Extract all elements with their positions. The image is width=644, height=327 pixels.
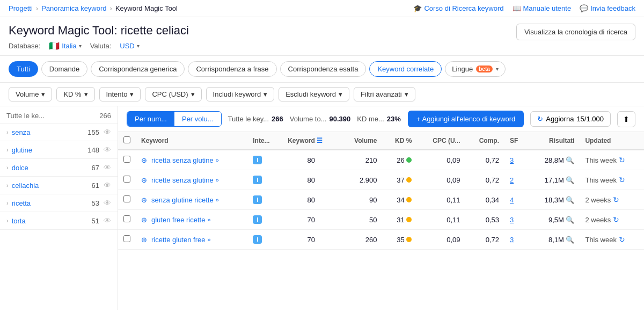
seg-per-num[interactable]: Per num... [127, 112, 174, 126]
chevron-down-icon6: ▾ [191, 90, 195, 98]
sf-value-2[interactable]: 4 [510, 196, 514, 204]
intento-filter[interactable]: Intento ▾ [99, 87, 141, 101]
sidebar-item-senza[interactable]: › senza 155 👁 [0, 123, 118, 141]
th-kw-score[interactable]: Keyword ☰ [282, 132, 340, 150]
history-button[interactable]: Visualizza la cronologia di ricerca [516, 24, 635, 40]
tab-domande[interactable]: Domande [41, 61, 87, 77]
sf-value-0[interactable]: 3 [510, 156, 514, 164]
serp-icon-1[interactable]: 🔍 [566, 176, 574, 184]
table-row: ⊕ ricetta senza glutine » I 80 210 26 0,… [118, 150, 644, 170]
includi-filter[interactable]: Includi keyword ▾ [206, 87, 275, 101]
refresh-row-icon-0[interactable]: ↻ [619, 156, 625, 164]
plus-icon-3[interactable]: ⊕ [141, 216, 147, 224]
refresh-row-icon-4[interactable]: ↻ [619, 235, 625, 244]
header-left: Keyword Magic Tool: ricette celiaci Data… [9, 24, 189, 51]
keyword-link-3[interactable]: ⊕ gluten free ricette » [141, 216, 242, 224]
th-cpc[interactable]: CPC (U... [417, 132, 465, 150]
sidebar-item-torta[interactable]: › torta 51 👁 [0, 212, 118, 230]
keyword-link-0[interactable]: ⊕ ricetta senza glutine » [141, 156, 242, 164]
sf-value-3[interactable]: 3 [510, 216, 514, 224]
eye-icon2[interactable]: 👁 [104, 146, 111, 154]
sf-value-4[interactable]: 3 [510, 236, 514, 244]
arr-icon-3: » [207, 216, 210, 223]
row-checkbox-0[interactable] [118, 150, 136, 170]
refresh-row-icon-2[interactable]: ↻ [613, 195, 619, 204]
th-intent[interactable]: Inte... [247, 132, 282, 150]
manuale-link[interactable]: 📖 Manuale utente [513, 4, 572, 12]
th-keyword[interactable]: Keyword [136, 132, 247, 150]
sidebar-item-celiachia[interactable]: › celiachia 61 👁 [0, 177, 118, 194]
tab-corr-frase[interactable]: Corrispondenza a frase [188, 61, 276, 77]
sidebar-item-ricetta[interactable]: › ricetta 53 👁 [0, 194, 118, 212]
plus-icon-1[interactable]: ⊕ [141, 176, 147, 184]
breadcrumb-sep2: › [110, 4, 112, 12]
th-sf[interactable]: SF [504, 132, 529, 150]
eye-icon4[interactable]: 👁 [104, 181, 111, 190]
row-checkbox-3[interactable] [118, 210, 136, 230]
db-select[interactable]: 🇮🇹 Italia ▾ [49, 41, 81, 51]
th-risultati[interactable]: Risultati [529, 132, 580, 150]
th-volume[interactable]: Volume [340, 132, 383, 150]
select-all-checkbox[interactable] [123, 136, 130, 143]
plus-icon-0[interactable]: ⊕ [141, 156, 147, 164]
tab-corr-generica[interactable]: Corrispondenza generica [91, 61, 185, 77]
row-check-2[interactable] [123, 195, 130, 202]
eye-icon6[interactable]: 👁 [104, 216, 111, 225]
db-label: Database: [9, 42, 40, 50]
cell-risultati-3: 9,5M 🔍 [529, 210, 580, 230]
th-updated[interactable]: Updated [580, 132, 644, 150]
refresh-row-icon-3[interactable]: ↻ [613, 215, 619, 224]
escludi-filter[interactable]: Escludi keyword ▾ [279, 87, 349, 101]
feedback-link[interactable]: 💬 Invia feedback [580, 4, 635, 12]
keyword-link-1[interactable]: ⊕ ricette senza glutine » [141, 176, 242, 184]
breadcrumb-progetti[interactable]: Progetti [9, 4, 33, 12]
corso-link[interactable]: 🎓 Corso di Ricerca keyword [413, 4, 503, 12]
cpc-filter[interactable]: CPC (USD) ▾ [145, 87, 201, 101]
sidebar-item-glutine[interactable]: › glutine 148 👁 [0, 141, 118, 159]
refresh-row-icon-1[interactable]: ↻ [619, 176, 625, 184]
seg-per-vol[interactable]: Per volu... [174, 112, 221, 126]
row-check-4[interactable] [123, 235, 130, 242]
th-comp[interactable]: Comp. [466, 132, 504, 150]
sidebar-item-dolce[interactable]: › dolce 67 👁 [0, 159, 118, 177]
eye-icon5[interactable]: 👁 [104, 199, 111, 207]
row-checkbox-1[interactable] [118, 170, 136, 190]
row-checkbox-4[interactable] [118, 230, 136, 250]
update-button[interactable]: ↻ Aggiorna 15/1.000 [530, 111, 611, 127]
row-check-0[interactable] [123, 156, 130, 163]
sf-value-1[interactable]: 2 [510, 176, 514, 184]
row-checkbox-2[interactable] [118, 190, 136, 210]
cell-intent-0: I [247, 150, 282, 170]
kd-filter[interactable]: KD % ▾ [56, 87, 94, 101]
tab-corr-esatta[interactable]: Corrispondenza esatta [280, 61, 367, 77]
arr-icon-0: » [216, 157, 219, 163]
keyword-link-4[interactable]: ⊕ ricette gluten free » [141, 236, 242, 244]
tab-keyword-correlate[interactable]: Keyword correlate [369, 61, 442, 77]
eye-icon[interactable]: 👁 [104, 128, 111, 136]
serp-icon-3[interactable]: 🔍 [566, 216, 574, 224]
keyword-link-2[interactable]: ⊕ senza glutine ricette » [141, 196, 242, 204]
th-kd[interactable]: KD % [383, 132, 418, 150]
row-check-3[interactable] [123, 215, 130, 222]
sidebar-all-count: 266 [99, 112, 111, 120]
volume-filter[interactable]: Volume ▾ [9, 87, 52, 101]
export-button[interactable]: ⬆ [617, 111, 635, 127]
tab-lingue[interactable]: Lingue beta ▾ [445, 61, 506, 77]
eye-icon3[interactable]: 👁 [104, 163, 111, 172]
cell-comp-4: 0,72 [466, 230, 504, 250]
serp-icon-4[interactable]: 🔍 [566, 236, 574, 244]
currency-select[interactable]: USD ▾ [120, 42, 139, 50]
breadcrumb-panoramica[interactable]: Panoramica keyword [41, 4, 106, 12]
serp-icon-2[interactable]: 🔍 [566, 196, 574, 204]
db-row: Database: 🇮🇹 Italia ▾ Valuta: USD ▾ [9, 41, 189, 51]
advanced-filter[interactable]: Filtri avanzati ▾ [354, 87, 415, 101]
add-keyword-button[interactable]: + Aggiungi all'elenco di keyword [408, 111, 524, 127]
tab-tutti[interactable]: Tutti [9, 61, 38, 77]
sidebar-header: Tutte le ke... 266 [0, 106, 118, 123]
serp-icon-0[interactable]: 🔍 [566, 156, 574, 164]
plus-icon-4[interactable]: ⊕ [141, 236, 147, 244]
filter-row: Volume ▾ KD % ▾ Intento ▾ CPC (USD) ▾ In… [0, 83, 644, 106]
plus-icon-2[interactable]: ⊕ [141, 196, 147, 204]
breadcrumb-current: Keyword Magic Tool [115, 4, 178, 12]
row-check-1[interactable] [123, 176, 130, 183]
